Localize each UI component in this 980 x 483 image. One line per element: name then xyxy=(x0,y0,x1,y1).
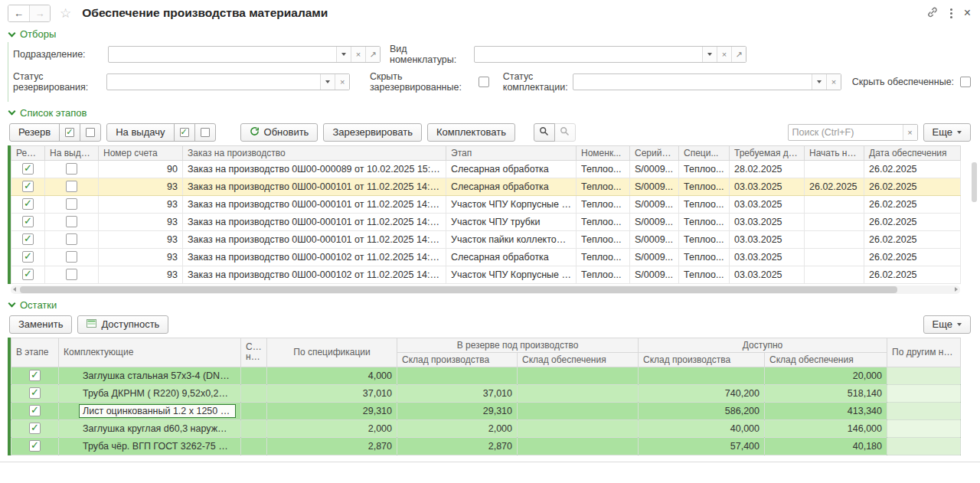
table-row[interactable]: 90 Заказ на производство 0Ш00-000089 от … xyxy=(11,160,961,178)
column-header-account[interactable]: Номер счета xyxy=(99,145,183,160)
column-header-available-group[interactable]: Доступно xyxy=(639,338,887,352)
reserve-checkbox[interactable] xyxy=(22,251,34,263)
in-stage-checkbox[interactable] xyxy=(29,387,41,399)
close-icon[interactable]: × xyxy=(964,7,971,19)
table-row[interactable]: 93 Заказ на производство 0Ш00-000102 от … xyxy=(11,266,961,283)
column-header-order[interactable]: Заказ на производство xyxy=(183,145,446,160)
issue-check-all-button[interactable] xyxy=(174,123,195,142)
scrollbar-thumb[interactable] xyxy=(20,286,897,293)
issue-checkbox[interactable] xyxy=(66,198,77,210)
open-icon[interactable]: ↗ xyxy=(731,47,746,62)
nomenclature-type-input[interactable] xyxy=(475,47,702,62)
in-stage-checkbox[interactable] xyxy=(29,370,41,381)
reserve-button[interactable]: Зарезервировать xyxy=(323,123,422,142)
issue-checkbox[interactable] xyxy=(66,216,77,227)
in-stage-checkbox[interactable] xyxy=(29,423,41,434)
scroll-left-icon[interactable] xyxy=(13,287,16,292)
column-header-spec[interactable]: Специ... xyxy=(679,145,730,160)
clear-icon[interactable]: × xyxy=(335,74,349,90)
table-row[interactable]: 93 Заказ на производство 0Ш00-000101 от … xyxy=(11,178,961,195)
column-header-available-warehouse-supply[interactable]: Склад обеспечения xyxy=(765,352,887,367)
table-row[interactable]: Заглушка стальная 57x3-4 (DN50) 4,000 20… xyxy=(11,367,961,384)
issue-checkbox[interactable] xyxy=(66,233,77,245)
reserve-check-all-button[interactable] xyxy=(59,123,80,142)
column-header-other-purpose[interactable]: По другим назначен... xyxy=(887,338,961,367)
table-row[interactable]: Лист оцинкованный 1.2 x 1250 x 3000 29,3… xyxy=(11,402,961,419)
in-stage-checkbox[interactable] xyxy=(29,440,41,452)
column-header-reserve-warehouse-prod[interactable]: Склад производства xyxy=(397,352,518,367)
chevron-down-icon[interactable] xyxy=(702,47,717,62)
link-icon[interactable] xyxy=(926,6,939,21)
hide-reserved-checkbox[interactable] xyxy=(479,77,489,87)
more-menu-icon[interactable] xyxy=(950,8,952,18)
search-button[interactable] xyxy=(534,123,555,142)
table-row[interactable]: Труба чёр. ВГП ГОСТ 3262-75 Ду 5... 2,87… xyxy=(11,437,961,455)
issue-checkbox[interactable] xyxy=(66,251,77,263)
remainders-more-button[interactable]: Еще xyxy=(923,315,971,334)
favorite-star-icon[interactable]: ☆ xyxy=(60,5,71,21)
column-header-serial-number[interactable]: Сери номе xyxy=(241,338,267,367)
issue-uncheck-all-button[interactable] xyxy=(194,123,216,142)
section-stages-header[interactable]: Список этапов xyxy=(0,105,980,121)
chevron-down-icon[interactable] xyxy=(336,47,351,62)
column-header-reserve-warehouse-supply[interactable]: Склад обеспечения xyxy=(518,352,639,367)
reserve-checkbox[interactable] xyxy=(22,163,34,175)
column-header-issue[interactable]: На выдачу xyxy=(45,145,99,160)
column-header-nomenclature[interactable]: Номенк... xyxy=(577,145,630,160)
search-input[interactable] xyxy=(789,125,903,140)
stages-horizontal-scrollbar[interactable] xyxy=(11,286,960,294)
back-button[interactable]: ← xyxy=(8,5,29,21)
reserve-checkbox[interactable] xyxy=(22,181,34,192)
replace-button[interactable]: Заменить xyxy=(9,315,72,334)
availability-button[interactable]: Доступность xyxy=(77,315,168,334)
clear-icon[interactable]: × xyxy=(717,47,731,62)
column-header-start-date[interactable]: Начать не... xyxy=(805,145,864,160)
stages-vertical-scrollbar[interactable] xyxy=(972,162,977,202)
reserve-checkbox[interactable] xyxy=(22,269,34,280)
column-header-in-reserve-group[interactable]: В резерве под производство xyxy=(397,338,639,352)
column-header-available-warehouse-prod[interactable]: Склад производства xyxy=(639,352,765,367)
column-header-reserve[interactable]: Резерв xyxy=(11,145,45,160)
assemble-button[interactable]: Комплектовать xyxy=(427,123,515,142)
reserve-uncheck-all-button[interactable] xyxy=(80,123,101,142)
section-filters-header[interactable]: Отборы xyxy=(0,26,980,42)
in-stage-checkbox[interactable] xyxy=(29,405,41,416)
table-row[interactable]: 93 Заказ на производство 0Ш00-000101 от … xyxy=(11,230,961,248)
hide-provided-checkbox[interactable] xyxy=(960,77,971,87)
search-clear-icon[interactable]: × xyxy=(903,125,917,140)
chevron-down-icon[interactable] xyxy=(812,74,826,90)
completion-status-input[interactable] xyxy=(573,74,812,90)
table-row[interactable]: 93 Заказ на производство 0Ш00-000101 от … xyxy=(11,213,961,230)
chevron-down-icon[interactable] xyxy=(320,74,335,90)
open-icon[interactable]: ↗ xyxy=(365,47,380,62)
clear-icon[interactable]: × xyxy=(351,47,365,62)
column-header-provision-date[interactable]: Дата обеспечения xyxy=(864,145,961,160)
table-row[interactable]: 93 Заказ на производство 0Ш00-000102 от … xyxy=(11,248,961,266)
department-input[interactable] xyxy=(109,47,336,62)
clear-icon[interactable]: × xyxy=(826,74,841,90)
forward-button[interactable]: → xyxy=(29,5,50,21)
column-header-by-spec[interactable]: По спецификации xyxy=(267,338,397,367)
table-row[interactable]: Заглушка круглая d60,3 наружная... 2,000… xyxy=(11,419,961,437)
reserve-checkbox[interactable] xyxy=(22,233,34,245)
table-row[interactable]: Труба ДКРНМ ( R220) 9,52x0,28 Б... 37,01… xyxy=(11,384,961,402)
table-row[interactable]: 93 Заказ на производство 0Ш00-000101 от … xyxy=(11,195,961,213)
issue-checkbox[interactable] xyxy=(66,269,77,280)
section-remainders-header[interactable]: Остатки xyxy=(0,297,980,313)
reserve-toggle-button[interactable]: Резерв xyxy=(9,123,60,142)
issue-checkbox[interactable] xyxy=(66,181,77,192)
issue-toggle-button[interactable]: На выдачу xyxy=(106,123,174,142)
cancel-search-button[interactable] xyxy=(554,123,576,142)
column-header-components[interactable]: Комплектующие xyxy=(59,338,241,367)
column-header-in-stage[interactable]: В этапе xyxy=(11,338,59,367)
reserve-checkbox[interactable] xyxy=(22,216,34,227)
column-header-serial[interactable]: Серийн... xyxy=(630,145,679,160)
reservation-status-input[interactable] xyxy=(107,74,320,90)
refresh-button[interactable]: Обновить xyxy=(240,123,318,142)
column-header-required-date[interactable]: Требуемая да... xyxy=(730,145,805,160)
issue-checkbox[interactable] xyxy=(66,163,77,175)
reserve-checkbox[interactable] xyxy=(22,198,34,210)
stages-more-button[interactable]: Еще xyxy=(923,123,971,142)
column-header-stage[interactable]: Этап xyxy=(446,145,577,160)
scroll-right-icon[interactable] xyxy=(955,287,958,292)
